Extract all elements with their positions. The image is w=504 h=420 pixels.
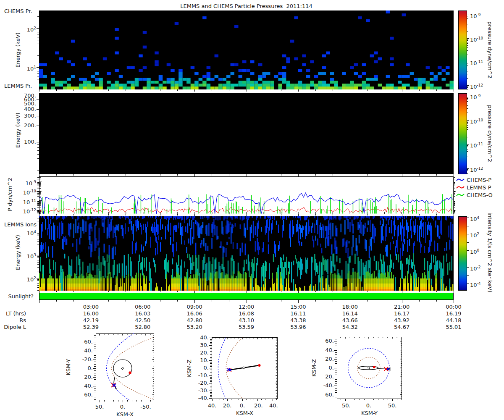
energy-axis-label-1: Energy (keV)	[15, 32, 21, 68]
mini-xaxis-label: KSM-Y	[349, 410, 391, 417]
axis-tick	[91, 174, 91, 176]
axis-tick	[210, 383, 212, 383]
axis-tick	[385, 300, 385, 302]
axis-tick	[454, 291, 454, 293]
axis-tick	[264, 174, 264, 176]
tick-label: -20.	[187, 380, 209, 386]
axis-tick	[37, 185, 39, 185]
axis-tick	[91, 300, 91, 303]
legend-label: LEMMS-P	[467, 184, 491, 191]
tick-label: 102	[8, 25, 36, 33]
tick-label: 50.	[90, 404, 109, 410]
axis-tick	[123, 400, 123, 402]
axis-tick	[264, 214, 264, 215]
colorbar-intensity	[458, 216, 467, 291]
axis-tick	[94, 391, 96, 391]
axis-tick	[37, 182, 39, 183]
axis-tick	[467, 47, 468, 48]
axis-tick	[467, 71, 468, 71]
axis-tick	[467, 129, 468, 130]
axis-tick	[210, 394, 212, 394]
axis-tick	[454, 203, 455, 203]
axis-tick	[56, 214, 57, 215]
axis-tick	[160, 214, 160, 215]
ephemeris-value: 52.80	[128, 324, 158, 331]
ephemeris-value: 52.39	[76, 324, 105, 331]
axis-tick	[94, 360, 96, 360]
axis-tick	[108, 89, 109, 91]
axis-tick	[37, 202, 39, 202]
axis-tick	[454, 184, 455, 184]
axis-tick	[37, 183, 39, 184]
axis-tick	[467, 122, 468, 123]
tick-label: 10-10	[470, 35, 483, 43]
axis-tick	[265, 399, 265, 400]
tick-label: 10-12	[470, 165, 483, 173]
axis-tick	[467, 66, 468, 66]
axis-tick	[454, 177, 455, 178]
axis-tick	[467, 45, 468, 46]
axis-tick	[385, 89, 385, 91]
axis-tick	[350, 174, 350, 176]
axis-tick	[37, 248, 39, 248]
axis-tick	[37, 71, 39, 71]
axis-tick	[94, 377, 96, 378]
axis-tick	[94, 388, 96, 388]
axis-tick	[335, 346, 337, 346]
tick-label: 40.	[71, 383, 93, 389]
axis-tick	[109, 400, 109, 402]
tick-label: 10-2	[470, 264, 481, 272]
axis-tick	[454, 201, 455, 202]
axis-tick	[210, 363, 212, 364]
axis-tick	[350, 291, 350, 293]
legend-item-chems-p: CHEMS-P	[456, 176, 491, 183]
axis-tick	[194, 174, 195, 176]
tick-label: 10-11	[470, 58, 483, 67]
axis-tick	[419, 291, 420, 292]
axis-tick	[74, 89, 74, 91]
axis-tick	[335, 348, 337, 348]
axis-tick	[210, 365, 212, 365]
lemms-ions-panel-label: LEMMS Ions	[4, 221, 37, 228]
axis-tick	[150, 400, 151, 402]
axis-tick	[143, 89, 143, 92]
axis-tick	[350, 214, 350, 216]
axis-tick	[467, 85, 469, 86]
axis-tick	[194, 291, 195, 293]
axis-tick	[94, 335, 96, 336]
axis-tick	[254, 399, 254, 400]
axis-tick	[467, 22, 468, 22]
axis-tick	[37, 192, 39, 192]
axis-tick	[108, 214, 109, 215]
axis-tick	[136, 400, 137, 402]
axis-tick	[113, 400, 114, 402]
axis-tick	[335, 390, 337, 391]
axis-tick	[37, 193, 39, 194]
axis-tick	[273, 399, 273, 400]
axis-tick	[467, 151, 468, 152]
axis-tick	[160, 89, 160, 91]
axis-tick	[37, 142, 39, 142]
time-tick-label: 06:00	[128, 304, 158, 310]
axis-tick	[37, 236, 39, 236]
axis-tick	[56, 291, 57, 292]
ephemeris-value: 16.14	[335, 310, 365, 317]
axis-tick	[467, 121, 468, 121]
figure-root: LEMMS and CHEMS Particle Pressures 2011:…	[0, 0, 504, 420]
axis-tick	[335, 370, 337, 370]
lemms-pressure-spectrogram	[39, 93, 454, 174]
axis-tick	[402, 214, 402, 216]
axis-tick	[74, 174, 74, 176]
axis-tick	[37, 262, 39, 262]
axis-tick	[91, 214, 91, 216]
tick-label: 10-9	[470, 11, 481, 20]
axis-tick	[467, 125, 468, 126]
axis-tick	[436, 300, 437, 302]
axis-tick	[37, 283, 39, 284]
ephemeris-value: 16.06	[180, 310, 209, 317]
axis-tick	[467, 105, 468, 106]
ephemeris-value: 53.59	[232, 324, 261, 331]
axis-tick	[94, 370, 96, 371]
axis-tick	[37, 256, 39, 257]
axis-tick	[210, 345, 212, 346]
